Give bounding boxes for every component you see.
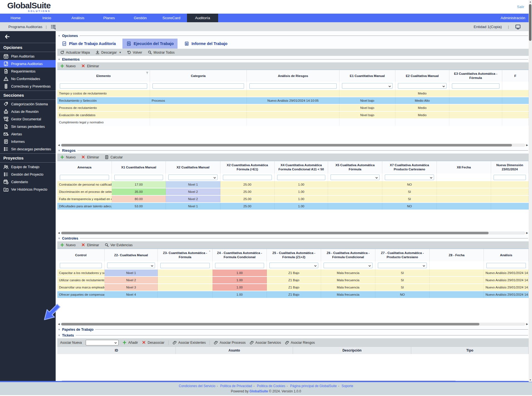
filter-input-amenaza[interactable] bbox=[60, 175, 109, 180]
controles-nuevo-button[interactable]: Nuevo bbox=[60, 243, 76, 247]
collapse-icon[interactable]: ▼ bbox=[58, 328, 60, 331]
filter-input-x4[interactable] bbox=[277, 175, 325, 180]
filter-select-z6[interactable] bbox=[324, 263, 373, 268]
filter-input-x2a[interactable] bbox=[223, 175, 272, 180]
sidebar-item-no-conformidades[interactable]: No Conformidades bbox=[0, 75, 56, 83]
table-row[interactable]: Evaluación de candidatosNivel bajoMedio bbox=[57, 112, 529, 118]
filter-input-e3[interactable] bbox=[452, 83, 499, 89]
asociar-servicios-button[interactable]: Asociar Servicios bbox=[250, 340, 281, 345]
riesgos-nuevo-button[interactable]: Nuevo bbox=[60, 155, 76, 159]
elementos-nuevo-button[interactable]: Nuevo bbox=[60, 64, 76, 68]
controles-eliminar-button[interactable]: Eliminar bbox=[81, 243, 99, 247]
riesgos-hscrollbar[interactable]: ◀ ▶ bbox=[58, 231, 528, 235]
footer-link-soporte[interactable]: Soporte bbox=[342, 384, 353, 388]
column-header[interactable]: Control bbox=[57, 249, 105, 261]
filter-input-elemento[interactable] bbox=[60, 83, 147, 89]
column-header[interactable]: Nueva Dimensión 23/01/2024 bbox=[491, 161, 529, 173]
tab-plan-de-trabajo[interactable]: Plan de Trabajo Auditoría bbox=[58, 39, 120, 49]
table-row[interactable]: Falta de transparencia y equidad en e80.… bbox=[57, 196, 529, 202]
filter-select-x7[interactable] bbox=[385, 175, 434, 180]
table-row-selected[interactable]: Reclutamiento y SelecciónProcesosNuevo A… bbox=[57, 97, 529, 104]
filter-input-categoria[interactable] bbox=[152, 83, 244, 89]
descargar-button[interactable]: Descargar ▼ bbox=[95, 50, 121, 54]
sidebar-item-gestor-documental[interactable]: Gestor Documental bbox=[0, 115, 56, 123]
filter-select-z2[interactable] bbox=[107, 263, 155, 268]
table-row[interactable]: Capacitar a los reclutadores y seNivel 1… bbox=[57, 270, 529, 276]
filter-select-z7[interactable] bbox=[378, 263, 427, 268]
table-row[interactable]: Cumplimiento legal y normativo bbox=[57, 119, 529, 126]
actualizar-mapa-button[interactable]: Actualizar Mapa bbox=[60, 50, 90, 54]
globalsuite-logo[interactable]: GlobalSuite SOLUTIONS bbox=[7, 1, 51, 13]
nav-item-inicio[interactable]: Inicio bbox=[31, 14, 62, 22]
filter-select-e2[interactable] bbox=[398, 83, 447, 89]
collapse-icon[interactable]: ▼ bbox=[58, 237, 60, 240]
column-header[interactable]: Análisis de Riesgos bbox=[247, 70, 339, 82]
nav-item-home[interactable]: Home bbox=[0, 14, 31, 22]
column-header[interactable]: Descripción bbox=[293, 347, 411, 354]
column-header[interactable]: X7 Cualitativa Automática Producto Carte… bbox=[382, 161, 437, 173]
column-header[interactable]: Elemento bbox=[57, 70, 150, 82]
list-menu-icon[interactable] bbox=[50, 24, 56, 30]
nav-item-auditoria[interactable]: Auditoría bbox=[187, 14, 218, 22]
footer-link-cookies[interactable]: Politica de Cookies bbox=[257, 384, 285, 388]
table-row-selected[interactable]: Dificultades para atraer talento adecu53… bbox=[57, 203, 529, 210]
collapse-icon[interactable]: ▼ bbox=[58, 58, 60, 61]
sidebar-item-informes[interactable]: Informes bbox=[0, 138, 56, 145]
column-header[interactable]: X1 Cuantitativa Manual bbox=[112, 161, 166, 173]
column-header[interactable]: Z7 - Cualitativa Automática - Producto C… bbox=[375, 249, 430, 261]
footer-link-pagina-principal[interactable]: Página principal de GlobalSuite bbox=[290, 384, 337, 388]
sidebar-item-programa-auditorias[interactable]: Programa Auditorias bbox=[0, 60, 56, 68]
column-header[interactable]: Z3- Cuantitativa Automática - Fórmula▲ bbox=[158, 249, 213, 261]
collapse-icon[interactable]: ▼ bbox=[58, 149, 60, 152]
filter-select-x5[interactable] bbox=[331, 175, 380, 180]
back-arrow-button[interactable] bbox=[4, 34, 11, 41]
tab-ejecucion-del-trabajo[interactable]: Ejecución del Trabajo bbox=[122, 39, 178, 49]
asociar-procesos-button[interactable]: Asociar Procesos bbox=[214, 340, 245, 345]
scroll-right-icon[interactable]: ▶ bbox=[526, 323, 528, 325]
filter-input-x1[interactable] bbox=[114, 175, 163, 180]
scroll-left-icon[interactable]: ◀ bbox=[58, 323, 60, 325]
nav-item-gestion[interactable]: Gestión bbox=[125, 14, 156, 22]
sidebar-item-sin-descargas[interactable]: Sin descargas pendientes bbox=[0, 145, 56, 153]
column-header[interactable]: X8 Fecha bbox=[437, 161, 491, 173]
asociar-existentes-button[interactable]: Asociar Existentes bbox=[173, 340, 206, 345]
column-header[interactable]: X5 Cualitativa Automática Fórmula bbox=[328, 161, 382, 173]
elementos-eliminar-button[interactable]: Eliminar bbox=[81, 64, 99, 68]
sidebar-item-sin-tareas[interactable]: Sin tareas pendientes bbox=[0, 123, 56, 130]
scrollbar-thumb[interactable] bbox=[61, 323, 479, 325]
sidebar-item-actas[interactable]: Actas de Reunión bbox=[0, 108, 56, 115]
monitor-icon[interactable] bbox=[515, 24, 521, 30]
mostrar-todos-button[interactable]: Mostrar Todos bbox=[148, 50, 175, 54]
volver-button[interactable]: Volver bbox=[127, 50, 142, 54]
table-row[interactable]: Utilizar canales de reclutamientoNivel 2… bbox=[57, 277, 529, 283]
anadir-button[interactable]: Añadir bbox=[122, 340, 138, 345]
asociar-riesgos-button[interactable]: Asociar Riesgos bbox=[285, 340, 315, 345]
sidebar-item-plan-auditorias[interactable]: Plan Auditorías bbox=[0, 53, 56, 60]
filter-input-analisis[interactable] bbox=[486, 263, 526, 268]
sidebar-item-requerimientos[interactable]: Requerimientos bbox=[0, 68, 56, 75]
column-header[interactable]: E2 Cualitativa Manual bbox=[395, 70, 449, 82]
column-header[interactable]: Z5 - Cualitativa Automática - Fórmula (Z… bbox=[267, 249, 321, 261]
scroll-left-icon[interactable]: ◀ bbox=[58, 381, 60, 381]
nav-item-scorecard[interactable]: ScoreCard bbox=[156, 14, 187, 22]
column-header[interactable]: Análisis bbox=[484, 249, 529, 261]
filter-funnel-icon[interactable] bbox=[146, 71, 149, 75]
filter-input-z4[interactable] bbox=[215, 263, 264, 268]
desasociar-button[interactable]: Desasociar bbox=[142, 340, 164, 345]
sidebar-item-calendario[interactable]: Calendario bbox=[0, 178, 56, 186]
scrollbar-thumb[interactable] bbox=[61, 144, 512, 146]
column-header[interactable]: ID bbox=[57, 347, 176, 354]
table-row[interactable]: Contratación de personal no calificad17.… bbox=[57, 181, 529, 188]
sidebar-item-gestion-proyecto[interactable]: Gestión del Proyecto bbox=[0, 171, 56, 178]
footer-link-privacidad[interactable]: Politica de Privacidad bbox=[220, 384, 252, 388]
scrollbar-thumb[interactable] bbox=[61, 232, 489, 234]
filter-input-nueva-dimension[interactable] bbox=[494, 175, 526, 180]
column-header[interactable]: Z8 - Fecha bbox=[430, 249, 484, 261]
scroll-right-icon[interactable]: ▶ bbox=[526, 232, 528, 234]
filter-select-z5[interactable] bbox=[269, 263, 318, 268]
sidebar-item-correctivas[interactable]: Correctivas y Preventivas bbox=[0, 83, 56, 90]
ver-evidencias-button[interactable]: Ver Evidencias bbox=[105, 243, 132, 247]
column-header[interactable]: X2 Cuantitativa Automática Fórmula (=E1) bbox=[220, 161, 275, 173]
vertical-scrollbar[interactable]: ▲ ▼ bbox=[529, 0, 532, 382]
column-header[interactable]: Z4 - Cuantitativa Automática - Formula C… bbox=[213, 249, 267, 261]
